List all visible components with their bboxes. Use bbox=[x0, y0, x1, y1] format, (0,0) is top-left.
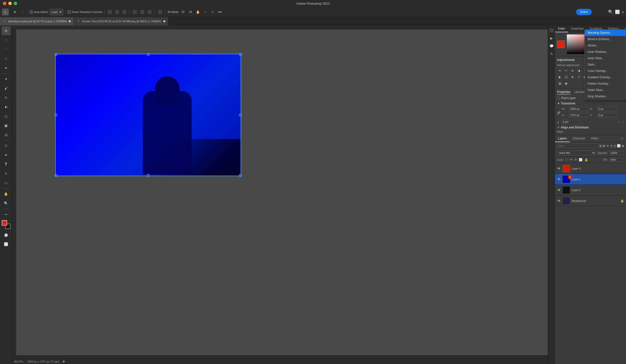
blend-mode-select[interactable]: Hard Mix bbox=[557, 150, 596, 155]
pen-tool[interactable]: ✒ bbox=[2, 151, 10, 160]
align-right-icon[interactable]: ⬛ bbox=[146, 9, 153, 15]
height-input[interactable] bbox=[569, 113, 588, 118]
adj-selectivecolor-icon[interactable]: ◉ bbox=[563, 81, 569, 86]
lock-artboard-icon[interactable]: ⬜ bbox=[579, 158, 583, 162]
3d-scale-icon[interactable]: ⤢ bbox=[209, 9, 216, 15]
tab-close-1[interactable]: ✕ bbox=[3, 20, 6, 23]
filter-type-icon[interactable]: ▤ bbox=[599, 144, 602, 148]
close-button[interactable] bbox=[3, 2, 6, 5]
layer-item-1[interactable]: 👁 1 Layer 1 bbox=[555, 174, 626, 185]
handle-br[interactable] bbox=[239, 174, 242, 177]
marquee-tool-icon[interactable]: ⬚ bbox=[19, 9, 25, 15]
layer-2-visibility-icon[interactable]: 👁 bbox=[557, 188, 561, 192]
heal-tool[interactable]: ✦ bbox=[2, 75, 10, 83]
adj-levels-icon[interactable]: ≋ bbox=[570, 68, 575, 73]
tab-color[interactable]: Color bbox=[555, 25, 568, 32]
lock-transparent-icon[interactable]: ⬚ bbox=[565, 158, 568, 162]
lock-image-icon[interactable]: ✒ bbox=[570, 158, 572, 162]
layer-item-background[interactable]: 👁 Background 🔒 bbox=[555, 196, 626, 206]
filter-effect-icon[interactable]: ★ bbox=[606, 144, 609, 148]
search-icon[interactable]: 🔍 bbox=[608, 9, 613, 14]
layer-1-visibility-icon[interactable]: 👁 bbox=[557, 177, 561, 181]
handle-bl[interactable] bbox=[55, 174, 57, 177]
context-menu-item-4[interactable]: Inner Glow... bbox=[585, 55, 626, 61]
angle-input[interactable] bbox=[561, 120, 581, 124]
move-tool[interactable]: ✛ bbox=[2, 26, 10, 35]
auto-select-checkbox[interactable] bbox=[30, 10, 33, 14]
lock-position-icon[interactable]: ✛ bbox=[574, 158, 577, 162]
distribute-icon[interactable]: ⬛ bbox=[157, 9, 163, 15]
eyedropper-tool[interactable]: ✒ bbox=[2, 64, 10, 72]
3d-pan-icon[interactable]: ✋ bbox=[195, 9, 201, 15]
adj-gradientmap-icon[interactable]: ▧ bbox=[557, 81, 562, 86]
lasso-tool[interactable]: ⌒ bbox=[2, 45, 10, 54]
align-top-icon[interactable]: ⬛ bbox=[106, 9, 113, 15]
context-menu-item-8[interactable]: Pattern Overlay... bbox=[585, 81, 626, 87]
select-tool[interactable]: ⬚ bbox=[2, 36, 10, 44]
clone-tool[interactable]: ⎘ bbox=[2, 93, 10, 102]
adj-channelmix-icon[interactable]: ⊕ bbox=[570, 74, 575, 80]
status-arrow[interactable]: ▶ bbox=[63, 360, 65, 363]
color-preview[interactable] bbox=[2, 220, 10, 229]
brush-tool[interactable]: 🖌 bbox=[2, 84, 10, 93]
dodge-tool[interactable]: ▽ bbox=[2, 141, 10, 150]
collapse-icon[interactable]: « bbox=[622, 10, 624, 14]
context-menu-item-1[interactable]: Bevel & Emboss... bbox=[585, 36, 626, 42]
align-bottom-icon[interactable]: ⬛ bbox=[121, 9, 127, 15]
tab-channels[interactable]: Channels bbox=[570, 135, 588, 142]
tab-close-2[interactable]: ✕ bbox=[77, 20, 80, 23]
transform-section-header[interactable]: ▼ Transform bbox=[557, 102, 624, 105]
align-hcenter-icon[interactable]: ⬛ bbox=[139, 9, 145, 15]
move-tool-icon[interactable]: ✛ bbox=[12, 9, 18, 15]
workspace-icon[interactable]: ⬜ bbox=[615, 9, 620, 14]
horizontal-scrollbar[interactable] bbox=[12, 355, 548, 359]
context-menu-item-7[interactable]: Gradient Overlay... bbox=[585, 74, 626, 81]
blur-tool[interactable]: ◎ bbox=[2, 130, 10, 139]
flip-h-icon[interactable]: ↔ bbox=[618, 120, 621, 124]
tab-swatches[interactable]: Swatches bbox=[568, 25, 587, 32]
align-vcenter-icon[interactable]: ⬛ bbox=[114, 9, 120, 15]
share-button[interactable]: Share bbox=[576, 9, 592, 15]
foreground-color-swatch[interactable] bbox=[2, 220, 7, 226]
handle-tr[interactable] bbox=[239, 53, 242, 56]
eraser-tool[interactable]: ◻ bbox=[2, 112, 10, 121]
align-left-icon[interactable]: ⬛ bbox=[132, 9, 138, 15]
gradient-tool[interactable]: ▣ bbox=[2, 121, 10, 130]
layer-item-3[interactable]: 👁 Layer 3 bbox=[555, 163, 626, 174]
canvas-viewport[interactable] bbox=[16, 29, 548, 355]
tab-libraries[interactable]: Libraries bbox=[574, 90, 586, 94]
minimize-button[interactable] bbox=[8, 2, 12, 5]
handle-bc[interactable] bbox=[147, 174, 149, 177]
opacity-input[interactable] bbox=[609, 151, 624, 155]
layers-search-input[interactable] bbox=[557, 143, 598, 148]
tab-properties[interactable]: Properties bbox=[557, 90, 571, 94]
filter-adjust-icon[interactable]: ◐ bbox=[603, 144, 605, 148]
hand-tool[interactable]: ✋ bbox=[2, 190, 10, 198]
filter-color-icon[interactable]: ◎ bbox=[614, 144, 616, 148]
traffic-lights[interactable] bbox=[3, 2, 17, 5]
context-menu-item-0[interactable]: Blending Options... bbox=[585, 30, 626, 36]
handle-ml[interactable] bbox=[55, 114, 57, 116]
layer-icon[interactable]: ⬛ bbox=[549, 27, 555, 33]
align-section-header[interactable]: ▼ Align and Distribute bbox=[557, 126, 624, 129]
fill-input[interactable] bbox=[609, 158, 624, 162]
type-icon[interactable]: A bbox=[549, 51, 555, 57]
y-input[interactable] bbox=[597, 113, 617, 118]
context-menu-item-3[interactable]: Inner Shadow... bbox=[585, 49, 626, 55]
handle-tl[interactable] bbox=[55, 53, 57, 56]
adj-curves-icon[interactable]: 〜 bbox=[563, 68, 569, 73]
layer-item-2[interactable]: 👁 Layer 2 bbox=[555, 185, 626, 196]
adj-colorlookup-icon[interactable]: ⬡ bbox=[576, 74, 582, 80]
context-menu-item-10[interactable]: Drop Shadow... bbox=[585, 93, 626, 100]
filter-select-icon[interactable]: ⬜ bbox=[617, 144, 621, 148]
flip-v-icon[interactable]: ↕ bbox=[623, 120, 624, 124]
path-select-tool[interactable]: ↖ bbox=[2, 169, 10, 178]
color-swatch-preview[interactable] bbox=[557, 40, 565, 48]
handle-mr[interactable] bbox=[239, 114, 242, 116]
maximize-button[interactable] bbox=[14, 2, 17, 5]
context-menu-item-9[interactable]: Outer Glow... bbox=[585, 87, 626, 93]
context-menu-item-5[interactable]: Satin... bbox=[585, 61, 626, 68]
x-input[interactable] bbox=[597, 107, 617, 111]
lock-all-icon[interactable]: 🔒 bbox=[585, 158, 588, 162]
shape-tool[interactable]: ⬭ bbox=[2, 179, 10, 187]
